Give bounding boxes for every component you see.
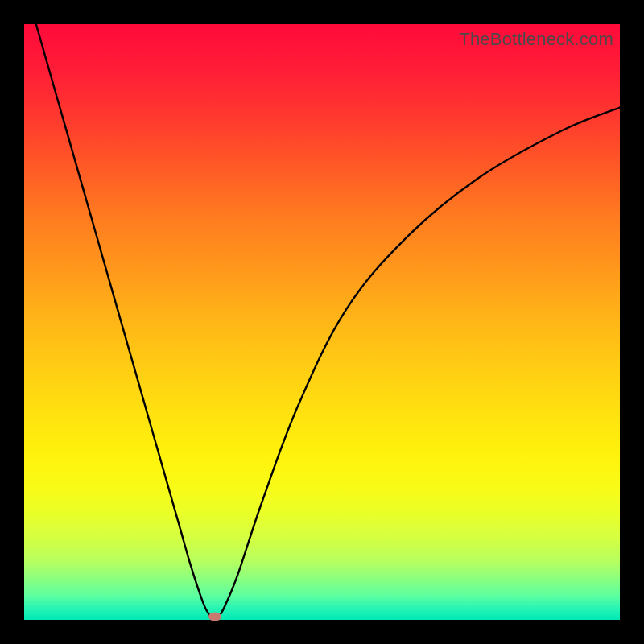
chart-frame: TheBottleneck.com	[0, 0, 644, 644]
minimum-marker	[208, 613, 221, 621]
plot-area: TheBottleneck.com	[24, 24, 620, 620]
bottleneck-curve	[24, 24, 620, 620]
curve-path	[36, 24, 620, 620]
